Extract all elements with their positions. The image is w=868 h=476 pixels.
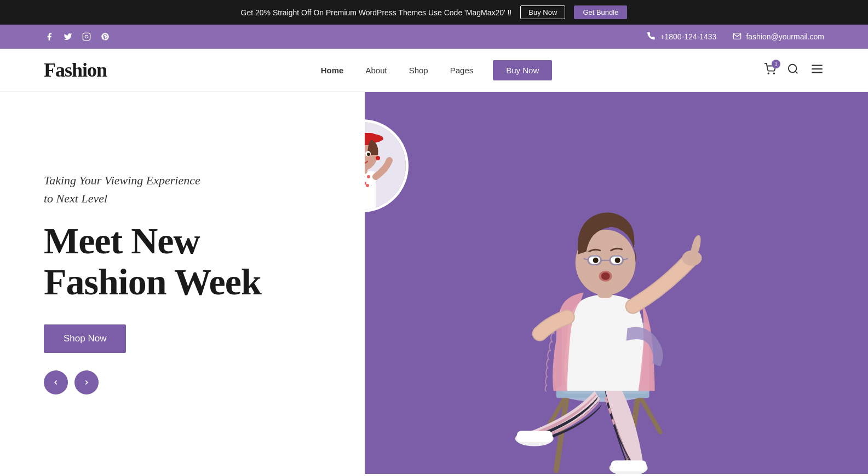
- nav-home[interactable]: Home: [319, 62, 346, 78]
- phone-contact: +1800-124-1433: [647, 32, 716, 42]
- svg-point-3: [773, 73, 774, 74]
- phone-number: +1800-124-1433: [660, 32, 716, 41]
- announcement-text: Get 20% Straight Off On Premium WordPres…: [241, 8, 512, 17]
- email-icon: [733, 32, 741, 42]
- hero-section: Taking Your Viewing Experienceto Next Le…: [0, 92, 868, 474]
- cart-icon[interactable]: 1: [764, 63, 776, 78]
- svg-point-21: [593, 258, 598, 263]
- twitter-icon[interactable]: [62, 31, 73, 42]
- nav-shop[interactable]: Shop: [407, 62, 430, 78]
- svg-point-39: [367, 175, 370, 178]
- email-address: fashion@yourmail.com: [746, 32, 824, 41]
- svg-point-44: [366, 184, 369, 187]
- svg-line-5: [795, 71, 797, 73]
- svg-point-2: [768, 73, 769, 74]
- svg-point-54: [376, 156, 380, 160]
- nav-links: Home About Shop Pages Buy Now: [319, 60, 553, 80]
- contact-info: +1800-124-1433 fashion@yourmail.com: [647, 32, 824, 42]
- svg-rect-34: [516, 431, 552, 442]
- slider-next-button[interactable]: [74, 370, 99, 394]
- svg-point-29: [601, 272, 610, 280]
- svg-point-52: [367, 153, 370, 156]
- svg-point-30: [682, 251, 702, 266]
- nav-pages[interactable]: Pages: [448, 62, 476, 78]
- cart-badge: 1: [772, 60, 780, 68]
- hero-subtitle: Taking Your Viewing Experienceto Next Le…: [44, 171, 321, 207]
- navbar: Fashion Home About Shop Pages Buy Now 1: [0, 49, 868, 92]
- svg-point-22: [614, 258, 620, 263]
- slider-prev-button[interactable]: [44, 370, 68, 394]
- pinterest-icon[interactable]: [100, 31, 111, 42]
- svg-point-4: [789, 64, 797, 72]
- announcement-get-bundle-button[interactable]: Get Bundle: [574, 5, 627, 19]
- hero-title: Meet NewFashion Week: [44, 220, 321, 303]
- menu-icon[interactable]: [810, 62, 824, 79]
- facebook-icon[interactable]: [44, 31, 55, 42]
- hero-illustration: [365, 92, 868, 474]
- hero-left: Taking Your Viewing Experienceto Next Le…: [0, 92, 365, 474]
- site-logo[interactable]: Fashion: [44, 59, 107, 82]
- phone-icon: [647, 32, 656, 42]
- slider-controls: [44, 370, 321, 394]
- nav-icons: 1: [764, 62, 824, 79]
- announcement-bar: Get 20% Straight Off On Premium WordPres…: [0, 0, 868, 25]
- search-icon[interactable]: [787, 63, 799, 78]
- social-icons: [44, 31, 111, 42]
- top-bar: +1800-124-1433 fashion@yourmail.com: [0, 25, 868, 49]
- instagram-icon[interactable]: [81, 31, 92, 42]
- svg-rect-32: [611, 460, 646, 471]
- hero-right: [365, 92, 868, 474]
- nav-about[interactable]: About: [363, 62, 389, 78]
- svg-rect-0: [83, 33, 90, 40]
- hero-background: [365, 92, 868, 474]
- shop-now-button[interactable]: Shop Now: [44, 324, 126, 353]
- email-contact: fashion@yourmail.com: [733, 32, 824, 42]
- nav-buy-now-button[interactable]: Buy Now: [493, 60, 552, 80]
- announcement-buy-now-button[interactable]: Buy Now: [520, 5, 565, 19]
